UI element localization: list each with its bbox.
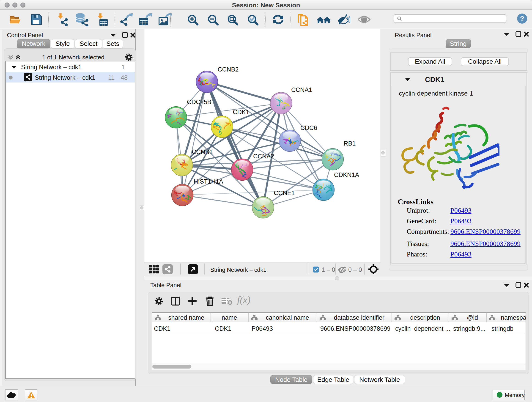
svg-text:HIST1H1A: HIST1H1A [194, 178, 223, 185]
svg-text:CDC6: CDC6 [300, 124, 317, 131]
svg-text:CDKN1A: CDKN1A [334, 172, 359, 178]
svg-text:CDC25B: CDC25B [187, 99, 211, 105]
svg-text:CCNB2: CCNB2 [218, 66, 239, 73]
svg-text:CDK1: CDK1 [233, 109, 249, 115]
svg-text:RB1: RB1 [344, 140, 356, 147]
svg-text:CCNA1: CCNA1 [291, 86, 312, 93]
svg-text:?: ? [520, 15, 524, 22]
svg-text:CCNB1: CCNB1 [192, 148, 213, 155]
svg-text:CCNE1: CCNE1 [274, 190, 295, 196]
svg-text:CCNA2: CCNA2 [253, 153, 274, 160]
